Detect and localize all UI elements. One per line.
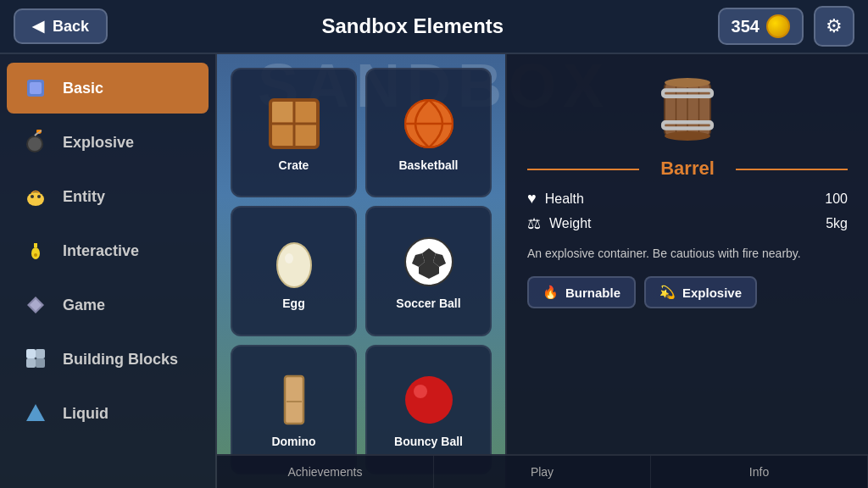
svg-rect-26 [272, 102, 292, 122]
sidebar-item-explosive[interactable]: Explosive [7, 117, 209, 168]
svg-rect-19 [26, 349, 36, 358]
sidebar-item-game[interactable]: Game [7, 280, 209, 330]
weight-icon: ⚖ [527, 214, 541, 233]
crate-icon [264, 94, 324, 153]
health-value: 100 [825, 191, 848, 207]
interactive-icon [20, 236, 51, 266]
sidebar-label-liquid: Liquid [63, 405, 108, 423]
egg-label: Egg [282, 297, 304, 310]
basic-icon [20, 73, 51, 103]
settings-button[interactable]: ⚙ [814, 6, 854, 47]
domino-label: Domino [271, 435, 315, 448]
bottom-tabs: Achievements Play Info [217, 454, 868, 488]
stat-left-health: ♥ Health [527, 190, 584, 208]
header: ◀ Back Sandbox Elements 354 ⚙ [0, 0, 868, 54]
svg-point-53 [665, 131, 710, 141]
sidebar-label-entity: Entity [63, 188, 105, 206]
detail-image [527, 71, 848, 147]
soccer-ball-icon [399, 232, 459, 291]
svg-rect-17 [26, 358, 36, 368]
svg-rect-20 [36, 349, 45, 358]
coins-display: 354 [718, 8, 804, 45]
header-right: 354 ⚙ [718, 6, 854, 47]
svg-point-14 [34, 253, 37, 257]
detail-stats: ♥ Health 100 ⚖ Weight 5kg [527, 190, 848, 233]
achievements-label: Achievements [288, 465, 363, 479]
sidebar-label-explosive: Explosive [63, 134, 134, 152]
health-icon: ♥ [527, 190, 537, 208]
coin-icon [766, 14, 790, 38]
svg-point-52 [665, 78, 710, 87]
page-title: Sandbox Elements [321, 14, 504, 38]
egg-icon [264, 232, 324, 291]
info-label: Info [749, 465, 769, 479]
stat-row-health: ♥ Health 100 [527, 190, 848, 208]
sidebar-label-basic: Basic [63, 80, 103, 97]
detail-panel: Barrel ♥ Health 100 ⚖ Weight 5kg An expl… [505, 54, 868, 488]
svg-point-3 [28, 137, 42, 151]
svg-rect-18 [36, 358, 45, 368]
weight-value: 5kg [826, 216, 848, 231]
sidebar-label-interactive: Interactive [63, 242, 139, 260]
tab-play[interactable]: Play [434, 456, 651, 488]
grid-item-basketball[interactable]: Basketball [365, 68, 492, 197]
svg-point-8 [31, 195, 34, 198]
svg-marker-21 [26, 404, 45, 421]
explosive-icon [20, 127, 51, 158]
svg-point-44 [414, 385, 427, 398]
svg-point-9 [37, 195, 41, 198]
bouncy-ball-icon [399, 370, 459, 430]
grid-item-soccer-ball[interactable]: Soccer Ball [365, 206, 492, 336]
tab-info[interactable]: Info [651, 456, 868, 488]
detail-tags: 🔥 Burnable 💫 Explosive [527, 276, 848, 308]
svg-point-43 [405, 376, 453, 424]
bouncy-ball-label: Bouncy Ball [394, 435, 463, 448]
sidebar: Basic Explosive [0, 54, 217, 488]
domino-icon [264, 370, 324, 430]
sidebar-item-interactive[interactable]: Interactive [7, 225, 209, 276]
tag-explosive[interactable]: 💫 Explosive [644, 276, 757, 308]
sidebar-label-game: Game [63, 297, 105, 314]
liquid-icon [20, 398, 51, 429]
barrel-svg [649, 71, 726, 147]
sidebar-item-basic[interactable]: Basic [7, 63, 209, 114]
burnable-label: Burnable [565, 286, 620, 300]
main-content: Basic Explosive [0, 54, 868, 488]
explosive-tag-label: Explosive [682, 286, 742, 300]
tag-burnable[interactable]: 🔥 Burnable [527, 276, 636, 308]
building-blocks-icon [20, 344, 51, 374]
items-grid: Crate Basketball [217, 54, 505, 488]
sidebar-item-liquid[interactable]: Liquid [7, 388, 209, 439]
sidebar-label-building-blocks: Building Blocks [63, 351, 178, 369]
burnable-icon: 🔥 [542, 285, 559, 300]
grid-item-crate[interactable]: Crate [231, 68, 357, 197]
play-label: Play [531, 465, 554, 479]
svg-point-33 [285, 253, 293, 263]
entity-icon [20, 181, 51, 212]
sidebar-item-entity[interactable]: Entity [7, 171, 209, 222]
svg-point-7 [27, 192, 44, 206]
back-arrow-icon: ◀ [32, 17, 44, 36]
svg-rect-40 [285, 376, 303, 424]
svg-point-10 [29, 201, 34, 204]
basketball-icon [399, 94, 459, 153]
tab-achievements[interactable]: Achievements [217, 456, 434, 488]
grid-item-egg[interactable]: Egg [231, 206, 357, 336]
detail-description: An explosive container. Be cautious with… [527, 245, 848, 263]
game-icon [20, 290, 51, 320]
crate-label: Crate [279, 158, 309, 172]
explosive-tag-icon: 💫 [659, 285, 676, 300]
svg-rect-13 [34, 243, 37, 247]
soccer-ball-label: Soccer Ball [396, 297, 460, 310]
back-label: Back [53, 18, 89, 36]
sidebar-item-building-blocks[interactable]: Building Blocks [7, 334, 209, 385]
weight-label: Weight [549, 216, 592, 231]
stat-row-weight: ⚖ Weight 5kg [527, 214, 848, 233]
back-button[interactable]: ◀ Back [14, 8, 108, 44]
coins-count: 354 [732, 17, 760, 36]
detail-title: Barrel [527, 158, 848, 180]
basketball-label: Basketball [398, 158, 458, 172]
settings-icon: ⚙ [826, 15, 843, 37]
svg-rect-1 [30, 82, 42, 94]
health-label: Health [545, 191, 584, 207]
